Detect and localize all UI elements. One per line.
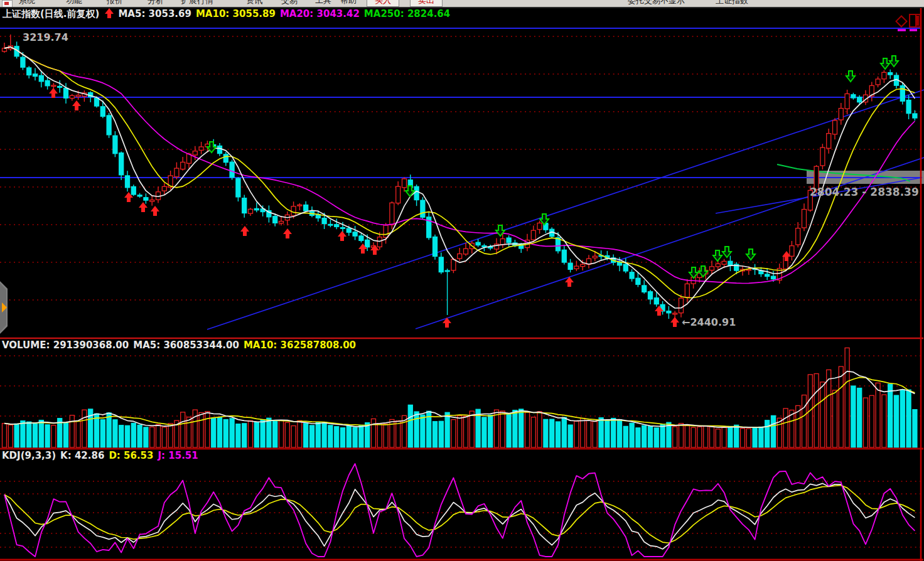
menu-item-7[interactable]: 交易 (281, 0, 298, 6)
status-text: 委托交易不显示 (628, 0, 685, 6)
buy-button[interactable]: 买入 (367, 0, 399, 7)
chart-canvas[interactable] (0, 0, 924, 561)
kdj-panel-header: KDJ(9,3,3)K: 42.86D: 56.53J: 15.51 (2, 450, 203, 461)
app-icon-glyph (4, 2, 9, 5)
trading-app-window: 系统功能报价分析扩展行情资讯交易工具帮助买入卖出委托交易不显示上证指数 上证指数… (0, 0, 924, 561)
menu-item-6[interactable]: 资讯 (246, 0, 262, 6)
menu-item-5[interactable]: 扩展行情 (181, 0, 213, 6)
kdj-k-label: K: 42.86 (60, 450, 104, 461)
band-range-annotation: 2804.23 - 2838.39 (810, 186, 919, 198)
volume-ma10-label: MA10: 362587808.00 (244, 339, 356, 351)
current-index-label: 上证指数 (716, 0, 748, 6)
ma10-label: MA10: 3055.89 (196, 8, 276, 19)
low-price-annotation: ←2440.91 (682, 316, 736, 328)
menu-bar: 系统功能报价分析扩展行情资讯交易工具帮助买入卖出委托交易不显示上证指数 (0, 0, 924, 8)
diamond-tool-icon[interactable] (894, 14, 909, 31)
app-icon[interactable] (2, 0, 13, 8)
sidebar-collapse-handle[interactable] (0, 281, 8, 334)
ma20-label: MA20: 3043.42 (280, 8, 360, 19)
ma5-label: MA5: 3053.69 (118, 8, 191, 19)
menu-item-9[interactable]: 帮助 (340, 0, 357, 6)
main-chart-header: 上证指数(日线.前复权)MA5: 3053.69MA10: 3055.89MA2… (3, 8, 454, 21)
kdj-j-label: J: 15.51 (158, 450, 198, 461)
menu-item-8[interactable]: 工具 (315, 0, 331, 6)
menu-item-3[interactable]: 报价 (107, 0, 123, 6)
menu-item-4[interactable]: 分析 (148, 0, 164, 6)
high-price-annotation: 3219.74 (23, 31, 68, 43)
kdj-title: KDJ(9,3,3) (2, 450, 56, 461)
menu-item-1[interactable]: 系统 (19, 0, 35, 6)
up-arrow-icon (105, 8, 114, 21)
menu-item-2[interactable]: 功能 (66, 0, 82, 6)
sell-button[interactable]: 卖出 (410, 0, 443, 7)
volume-panel-header: VOLUME: 291390368.00MA5: 360853344.00MA1… (2, 339, 360, 351)
kdj-d-label: D: 56.53 (109, 450, 153, 461)
chart-title: 上证指数(日线.前复权) (3, 8, 99, 19)
volume-ma5-label: MA5: 360853344.00 (133, 339, 239, 351)
ma250-label: MA250: 2824.64 (364, 8, 450, 19)
volume-label: VOLUME: 291390368.00 (2, 339, 129, 351)
split-window-icon[interactable] (909, 13, 921, 31)
